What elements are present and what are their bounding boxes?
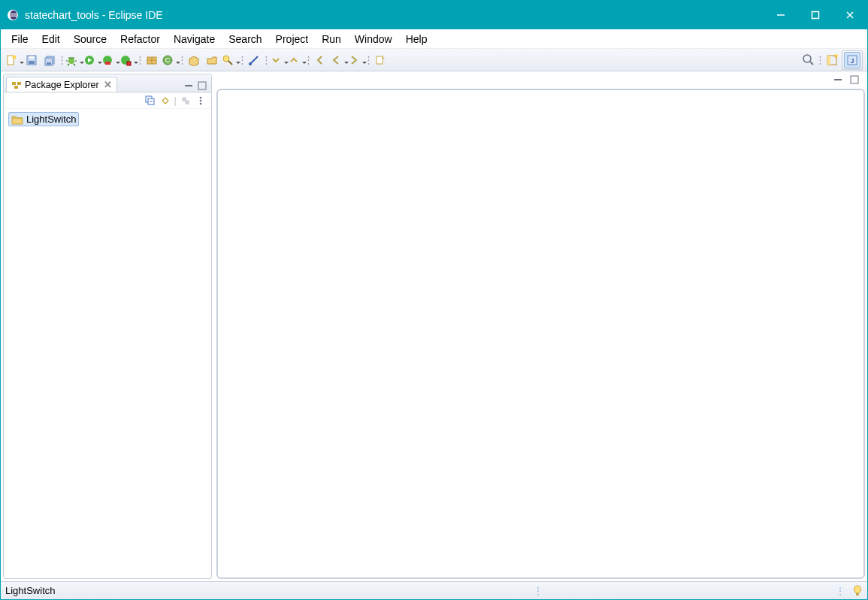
run-button[interactable] [83, 52, 100, 68]
close-view-icon[interactable]: ✕ [104, 79, 112, 90]
open-type-button[interactable] [186, 52, 202, 68]
collapse-all-button[interactable] [144, 95, 156, 107]
menu-file[interactable]: File [5, 32, 35, 47]
minimize-editor-button[interactable] [832, 74, 844, 86]
perspective-switcher: J [842, 50, 863, 70]
menu-source[interactable]: Source [68, 32, 113, 47]
menu-navigate[interactable]: Navigate [168, 32, 221, 47]
svg-rect-7 [29, 56, 34, 59]
maximize-button[interactable] [798, 1, 833, 29]
svg-text:J: J [850, 57, 854, 65]
save-all-button[interactable] [41, 52, 58, 68]
debug-button[interactable] [65, 52, 82, 68]
coverage-button[interactable] [101, 52, 118, 68]
left-sidebar: Package Explorer ✕ | LightSwitch [1, 71, 214, 581]
svg-rect-42 [851, 76, 858, 83]
window-title-bar: statechart_tools - Eclipse IDE [1, 1, 867, 29]
toolbar-separator: ⋮ [59, 52, 64, 68]
menu-window[interactable]: Window [349, 32, 398, 47]
quick-access-search-button[interactable] [800, 52, 816, 68]
status-selection: LightSwitch [5, 585, 55, 596]
svg-rect-22 [377, 56, 383, 64]
back-button[interactable] [330, 52, 346, 68]
toolbar-separator: ⋮ [818, 52, 822, 68]
menu-bar: File Edit Source Refactor Navigate Searc… [1, 29, 867, 49]
run-last-button[interactable] [119, 52, 136, 68]
search-button[interactable] [222, 52, 238, 68]
svg-rect-16 [127, 62, 131, 65]
forward-button[interactable] [348, 52, 364, 68]
tip-icon[interactable] [852, 585, 863, 597]
new-package-button[interactable] [144, 52, 160, 68]
prev-annotation-button[interactable] [288, 52, 304, 68]
menu-help[interactable]: Help [400, 32, 434, 47]
menu-run[interactable]: Run [316, 32, 347, 47]
svg-rect-41 [834, 79, 842, 80]
new-class-button[interactable]: C [162, 52, 178, 68]
svg-point-11 [68, 58, 74, 64]
project-label: LightSwitch [26, 114, 76, 125]
svg-rect-31 [14, 86, 18, 89]
new-button[interactable] [5, 52, 22, 68]
svg-point-20 [223, 56, 229, 62]
editor-area [216, 74, 865, 579]
link-with-editor-button[interactable] [159, 95, 171, 107]
package-explorer-view: Package Explorer ✕ | LightSwitch [3, 74, 212, 579]
save-button[interactable] [23, 52, 40, 68]
menu-search[interactable]: Search [222, 32, 268, 47]
workbench-content: Package Explorer ✕ | LightSwitch [1, 71, 867, 581]
package-icon [11, 80, 22, 90]
svg-rect-30 [17, 82, 21, 85]
maximize-editor-button[interactable] [848, 74, 860, 86]
svg-point-39 [200, 99, 202, 102]
svg-rect-44 [856, 593, 859, 595]
project-node[interactable]: LightSwitch [8, 112, 79, 126]
svg-point-40 [200, 102, 202, 105]
svg-rect-33 [198, 82, 206, 89]
minimize-button[interactable] [764, 1, 798, 29]
status-grip: ⋮ [830, 585, 849, 597]
svg-point-26 [835, 54, 838, 57]
svg-point-37 [185, 100, 189, 105]
editor-controls [216, 74, 865, 89]
svg-rect-6 [29, 61, 35, 64]
view-tab-bar: Package Explorer ✕ [4, 74, 211, 92]
focus-task-button[interactable] [180, 95, 192, 107]
menu-refactor[interactable]: Refactor [114, 32, 166, 47]
svg-point-4 [13, 55, 17, 59]
main-toolbar: ⋮ ⋮ C ⋮ ⋮ ⋮ ⋮ ⋮ ⋮ J [1, 49, 867, 71]
toggle-mark-button[interactable] [246, 52, 262, 68]
svg-point-38 [200, 96, 202, 98]
package-explorer-tab[interactable]: Package Explorer ✕ [6, 77, 117, 92]
empty-editor[interactable] [216, 89, 865, 579]
status-bar: LightSwitch ⋮ ⋮ [1, 581, 867, 599]
svg-rect-14 [105, 62, 110, 65]
eclipse-icon [7, 9, 19, 21]
svg-rect-32 [185, 85, 192, 86]
back-history-button[interactable] [312, 52, 328, 68]
status-grip: ⋮ [528, 585, 547, 597]
svg-rect-2 [812, 12, 819, 19]
open-task-button[interactable] [204, 52, 220, 68]
minimize-view-button[interactable] [183, 80, 195, 92]
svg-point-21 [249, 62, 252, 65]
svg-point-43 [854, 586, 861, 593]
view-toolbar: | [4, 92, 211, 109]
svg-rect-10 [47, 62, 51, 65]
window-title: statechart_tools - Eclipse IDE [25, 9, 163, 21]
project-tree[interactable]: LightSwitch [4, 109, 211, 129]
pin-editor-button[interactable] [372, 52, 389, 68]
menu-project[interactable]: Project [270, 32, 315, 47]
svg-rect-25 [827, 56, 830, 65]
next-annotation-button[interactable] [270, 52, 286, 68]
view-tab-label: Package Explorer [25, 80, 99, 90]
maximize-view-button[interactable] [196, 80, 208, 92]
toolbar-separator: ⋮ [264, 52, 268, 68]
java-perspective-button[interactable]: J [844, 52, 860, 68]
close-button[interactable] [833, 1, 867, 29]
svg-point-23 [803, 55, 811, 62]
menu-edit[interactable]: Edit [36, 32, 66, 47]
svg-text:C: C [165, 56, 171, 64]
view-menu-button[interactable] [195, 95, 207, 107]
open-perspective-button[interactable] [824, 52, 840, 68]
